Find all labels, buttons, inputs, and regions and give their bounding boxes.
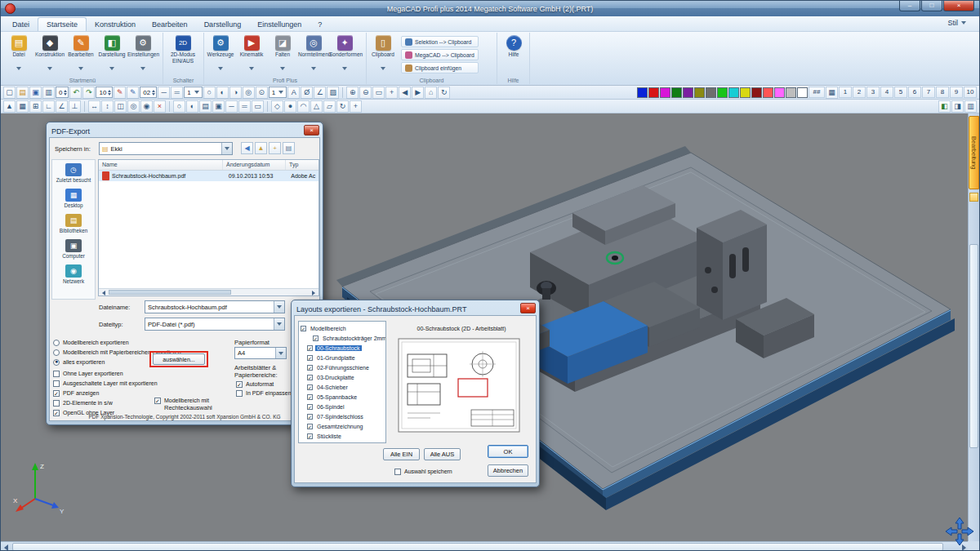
toolbar-icon[interactable]: ◧ <box>938 100 951 113</box>
tree-item[interactable]: ✓ Stückliste <box>301 431 385 441</box>
layer-number-button[interactable]: 3 <box>866 87 880 98</box>
hash-button[interactable]: ## <box>808 87 825 98</box>
toolbar-icon[interactable]: + <box>385 87 398 99</box>
layer-number-button[interactable]: 9 <box>950 87 963 98</box>
layer-number-button[interactable]: 10 <box>964 87 977 98</box>
layer-number-button[interactable]: 4 <box>880 87 893 98</box>
toolbar-icon[interactable]: ◫ <box>114 100 127 113</box>
nav-icon[interactable]: ▤ <box>283 142 295 154</box>
toolbar-icon[interactable]: ◇ <box>271 100 283 113</box>
clipboard-menu-item[interactable]: Clipboard einfügen <box>401 62 479 73</box>
style-dropdown[interactable]: 1 <box>269 87 287 98</box>
alle-ein-button[interactable]: Alle EIN <box>383 448 420 460</box>
fit-pdf-checkbox[interactable]: In PDF einpassen <box>236 389 292 397</box>
column-date[interactable]: Änderungsdatum <box>223 160 286 170</box>
menu-tab[interactable]: Konstruktion <box>87 18 144 31</box>
autoformat-checkbox[interactable]: ✓ Autoformat <box>236 380 274 388</box>
tree-item[interactable]: ✓ Schraubstockträger 2mm <box>301 333 385 343</box>
color-swatch[interactable] <box>786 87 796 98</box>
spinner-icon[interactable] <box>152 90 155 96</box>
column-type[interactable]: Typ <box>286 160 318 170</box>
color-swatch[interactable] <box>774 87 785 98</box>
nav-icon[interactable]: ◀ <box>241 142 253 154</box>
tree-item[interactable]: ✓ 05-Spannbacke <box>301 392 385 402</box>
toolbar-icon[interactable]: ↕ <box>101 100 114 113</box>
layer-number-button[interactable]: 8 <box>936 87 949 98</box>
toolbar-icon[interactable]: △ <box>310 100 323 113</box>
layer-number-button[interactable]: 7 <box>922 87 935 98</box>
chevron-down-icon[interactable] <box>274 301 284 313</box>
place-item[interactable]: ◷ Zuletzt besucht <box>52 163 95 183</box>
chevron-down-icon[interactable] <box>221 143 232 154</box>
tree-item-checkbox[interactable]: ✓ <box>313 335 318 341</box>
toolbar-icon[interactable]: ◐ <box>186 100 198 113</box>
ribbon-button[interactable]: ▶ Kinematik <box>236 34 267 63</box>
scroll-thumb[interactable] <box>109 290 231 295</box>
ok-button[interactable]: OK <box>488 445 528 458</box>
toolbar-icon[interactable]: ▥ <box>964 100 977 113</box>
tree-item-checkbox[interactable]: ✓ <box>307 365 313 371</box>
save-selection-checkbox[interactable]: Auswahl speichern <box>394 468 452 475</box>
color-swatch[interactable] <box>648 87 659 98</box>
filetype-select[interactable]: PDF-Datei (*.pdf) <box>145 318 285 331</box>
toolbar-icon[interactable]: ▨ <box>327 87 339 99</box>
menu-tab[interactable]: ? <box>310 18 330 31</box>
color-swatch[interactable] <box>763 87 773 98</box>
panel-mini-icon[interactable] <box>969 193 978 202</box>
ribbon-button[interactable]: ⚙ Einstellungen <box>127 34 158 63</box>
stil-dropdown[interactable]: Stil <box>942 16 971 29</box>
clipboard-button[interactable]: ▯ Clipboard <box>368 34 399 73</box>
pan-move-icon[interactable] <box>945 517 974 546</box>
tree-root-item[interactable]: ✓ Modellbereich <box>301 323 385 333</box>
minimize-button[interactable]: – <box>899 1 920 11</box>
menu-tab[interactable]: Darstellung <box>196 18 250 31</box>
toolbar-icon[interactable]: ◠ <box>297 100 310 113</box>
tree-item[interactable]: ✓ 00-Schraubstock <box>301 343 385 353</box>
clipboard-menu-item[interactable]: MegaCAD --> Clipboard <box>401 49 479 60</box>
help-button[interactable]: ? Hilfe <box>498 34 529 58</box>
toolbar-icon[interactable]: ⌂ <box>425 87 437 99</box>
toolbar-icon[interactable]: ═ <box>171 87 183 99</box>
file-row[interactable]: Schraubstock-Hochbaum.pdf 09.10.2013 10:… <box>99 171 318 181</box>
toolbar-icon[interactable]: ◀ <box>399 87 411 99</box>
color-swatch[interactable] <box>740 87 751 98</box>
rect-select-checkbox[interactable]: ✓ Modellbereich mit <box>154 397 209 404</box>
scroll-right-icon[interactable] <box>312 291 315 295</box>
menu-tab[interactable]: Einstellungen <box>249 18 310 31</box>
toolbar-icon[interactable]: ∠ <box>56 100 68 113</box>
tree-item-checkbox[interactable]: ✓ <box>307 414 313 420</box>
place-item[interactable]: ◉ Netzwerk <box>52 264 95 284</box>
toolbar-icon[interactable]: ▭ <box>252 100 264 113</box>
toolbar-icon[interactable]: ✎ <box>114 87 126 99</box>
layer-number-button[interactable]: 5 <box>894 87 907 98</box>
value-field[interactable]: 0 <box>56 87 69 98</box>
ribbon-button[interactable]: ◪ Falten <box>267 34 298 63</box>
tree-item-checkbox[interactable]: ✓ <box>307 355 313 361</box>
toolbar-icon[interactable]: A <box>287 87 300 99</box>
maximize-button[interactable]: □ <box>921 1 942 11</box>
toolbar-icon[interactable]: ▦ <box>826 87 838 99</box>
tree-item-checkbox[interactable]: ✓ <box>307 394 313 400</box>
ribbon-button-2d-modus[interactable]: 2D 2D-Modus EIN/AUS <box>164 34 202 64</box>
horizontal-scrollbar[interactable] <box>1 541 969 551</box>
color-swatch[interactable] <box>694 87 705 98</box>
filename-input[interactable]: Schraubstock-Hochbaum.pdf <box>145 300 285 313</box>
tree-item-checkbox[interactable]: ✓ <box>307 433 313 439</box>
toolbar-icon[interactable]: ▤ <box>199 100 212 113</box>
layer-number-button[interactable]: 1 <box>839 87 852 98</box>
color-swatch[interactable] <box>751 87 762 98</box>
toolbar-icon[interactable]: ◉ <box>140 100 153 113</box>
tree-item[interactable]: ✓ 07-Spindelschloss <box>301 411 385 421</box>
menu-tab[interactable]: Startseite <box>38 17 87 31</box>
layer-number-button[interactable]: 6 <box>908 87 921 98</box>
file-list[interactable]: Name Änderungsdatum Typ Schraubstock-Hoc… <box>98 159 319 296</box>
menu-tab[interactable]: Bearbeiten <box>144 18 196 31</box>
toolbar-icon[interactable]: ─ <box>158 87 170 99</box>
vertical-scrollbar[interactable]: Bearbeitung <box>968 113 979 541</box>
color-swatch[interactable] <box>797 87 808 98</box>
tree-item-checkbox[interactable]: ✓ <box>307 424 313 429</box>
file-list-hscrollbar[interactable] <box>99 288 318 295</box>
layer-number-button[interactable]: 2 <box>853 87 866 98</box>
toolbar-icon[interactable]: ○ <box>173 100 185 113</box>
checkbox-option[interactable]: ✓ PDF anzeigen <box>53 389 158 397</box>
